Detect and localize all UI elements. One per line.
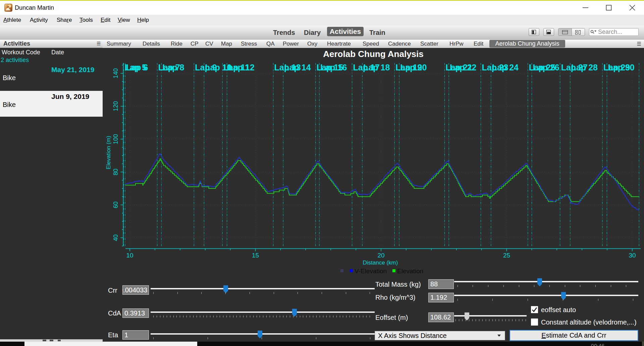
svg-text:120: 120 — [112, 101, 119, 111]
svg-text:Lap 8: Lap 8 — [162, 63, 184, 72]
svg-text:10: 10 — [126, 252, 133, 259]
svg-text:20: 20 — [377, 252, 384, 259]
svg-text:60: 60 — [112, 201, 119, 208]
svg-text:Aerolab Chung Analysis: Aerolab Chung Analysis — [323, 49, 424, 59]
svg-text:Distance (km): Distance (km) — [363, 260, 398, 266]
svg-text:Lap 16: Lap 16 — [320, 63, 347, 72]
svg-text:100: 100 — [112, 134, 119, 144]
svg-text:Lap 28: Lap 28 — [571, 63, 598, 72]
svg-text:30: 30 — [629, 252, 636, 259]
svg-text:40: 40 — [112, 234, 119, 241]
svg-text:Lap 6: Lap 6 — [126, 63, 148, 72]
svg-text:Lap 30: Lap 30 — [608, 63, 635, 72]
svg-text:V-Elevation: V-Elevation — [355, 268, 387, 275]
svg-text:Lap 12: Lap 12 — [228, 63, 255, 72]
svg-text:Elevation (m): Elevation (m) — [105, 136, 112, 169]
svg-text:Lap 26: Lap 26 — [533, 63, 559, 72]
svg-text:Lap 24: Lap 24 — [492, 63, 519, 72]
svg-text:Elevation: Elevation — [397, 268, 423, 275]
svg-text:Lap 14: Lap 14 — [284, 63, 311, 72]
svg-text:Lap 18: Lap 18 — [363, 63, 390, 72]
svg-text:25: 25 — [503, 252, 510, 259]
svg-text:140: 140 — [112, 68, 119, 78]
svg-text:Lap 22: Lap 22 — [450, 63, 476, 72]
svg-text:15: 15 — [252, 252, 259, 259]
svg-text:80: 80 — [112, 169, 119, 175]
svg-text:Lap 20: Lap 20 — [400, 63, 427, 72]
